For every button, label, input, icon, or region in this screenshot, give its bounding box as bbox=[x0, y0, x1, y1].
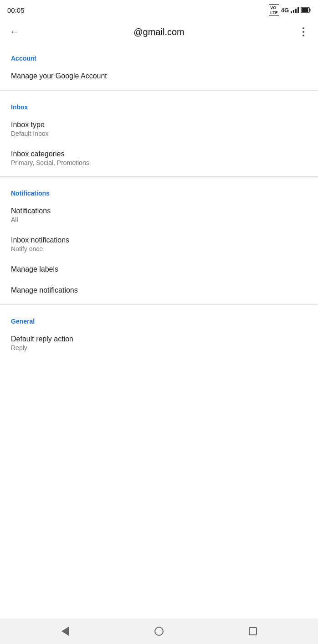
inbox-type-item[interactable]: Inbox type Default Inbox bbox=[0, 114, 318, 144]
inbox-categories-item[interactable]: Inbox categories Primary, Social, Promot… bbox=[0, 144, 318, 173]
account-section: Account Manage your Google Account bbox=[0, 46, 318, 91]
default-reply-action-item[interactable]: Default reply action Reply bbox=[0, 329, 318, 358]
inbox-divider bbox=[0, 176, 318, 177]
default-reply-action-subtitle: Reply bbox=[11, 344, 307, 351]
inbox-section-header: Inbox bbox=[0, 94, 318, 114]
back-button[interactable]: ← bbox=[5, 23, 24, 41]
inbox-notifications-item[interactable]: Inbox notifications Notify once bbox=[0, 230, 318, 259]
app-bar: ← @gmail.com bbox=[0, 18, 318, 46]
general-section: General Default reply action Reply bbox=[0, 309, 318, 358]
notifications-section-header: Notifications bbox=[0, 180, 318, 201]
status-icons: VOLTE 4G bbox=[269, 4, 311, 16]
nav-bar bbox=[0, 618, 318, 644]
nav-home-button[interactable] bbox=[148, 620, 170, 643]
back-arrow-icon: ← bbox=[10, 26, 20, 38]
inbox-notifications-title: Inbox notifications bbox=[11, 236, 307, 244]
svg-rect-1 bbox=[310, 9, 311, 11]
inbox-categories-subtitle: Primary, Social, Promotions bbox=[11, 159, 307, 166]
settings-content: Account Manage your Google Account Inbox… bbox=[0, 46, 318, 618]
notifications-section: Notifications Notifications All Inbox no… bbox=[0, 180, 318, 305]
status-time: 00:05 bbox=[7, 6, 25, 14]
nav-back-button[interactable] bbox=[54, 620, 77, 643]
status-bar: 00:05 VOLTE 4G bbox=[0, 0, 318, 18]
nav-home-icon bbox=[154, 627, 164, 636]
svg-rect-2 bbox=[302, 8, 308, 12]
notifications-divider bbox=[0, 304, 318, 305]
account-divider bbox=[0, 90, 318, 91]
inbox-notifications-subtitle: Notify once bbox=[11, 245, 307, 252]
manage-labels-title: Manage labels bbox=[11, 265, 307, 273]
app-bar-title: @gmail.com bbox=[24, 27, 294, 37]
inbox-categories-title: Inbox categories bbox=[11, 150, 307, 158]
volte-icon: VOLTE bbox=[269, 4, 279, 16]
inbox-type-subtitle: Default Inbox bbox=[11, 130, 307, 137]
manage-labels-item[interactable]: Manage labels bbox=[0, 259, 318, 280]
manage-google-account-title: Manage your Google Account bbox=[11, 72, 307, 80]
manage-notifications-title: Manage notifications bbox=[11, 286, 307, 294]
battery-icon bbox=[301, 7, 311, 13]
network-icon: 4G bbox=[281, 7, 289, 14]
account-section-header: Account bbox=[0, 46, 318, 66]
more-options-button[interactable] bbox=[294, 23, 313, 41]
nav-back-icon bbox=[62, 627, 69, 636]
more-dots-icon bbox=[303, 27, 304, 36]
inbox-section: Inbox Inbox type Default Inbox Inbox cat… bbox=[0, 94, 318, 177]
nav-recents-button[interactable] bbox=[241, 620, 264, 643]
notifications-subtitle: All bbox=[11, 216, 307, 223]
manage-google-account-item[interactable]: Manage your Google Account bbox=[0, 66, 318, 87]
manage-notifications-item[interactable]: Manage notifications bbox=[0, 280, 318, 301]
general-section-header: General bbox=[0, 309, 318, 329]
notifications-item[interactable]: Notifications All bbox=[0, 201, 318, 230]
signal-icon bbox=[291, 7, 299, 13]
nav-recents-icon bbox=[249, 627, 257, 635]
inbox-type-title: Inbox type bbox=[11, 121, 307, 129]
default-reply-action-title: Default reply action bbox=[11, 335, 307, 343]
notifications-title: Notifications bbox=[11, 207, 307, 215]
